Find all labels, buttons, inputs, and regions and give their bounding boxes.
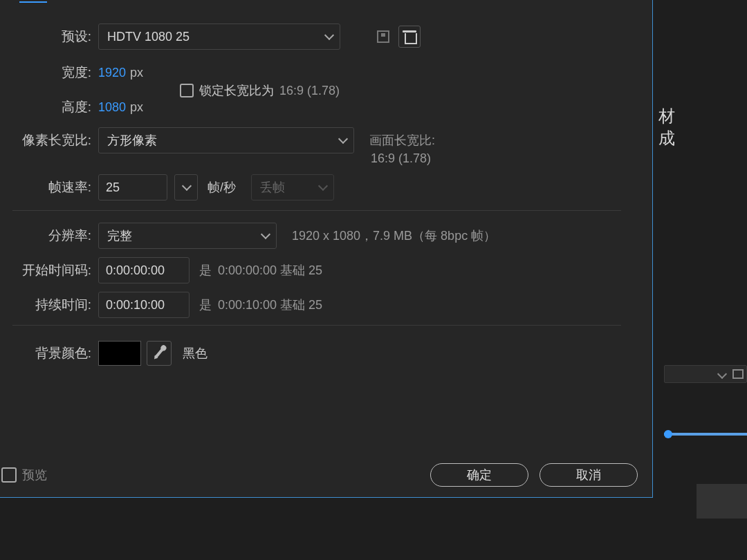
- bg-panel-dropdown[interactable]: [664, 365, 747, 383]
- chevron-down-icon: [338, 134, 348, 144]
- trash-icon: [404, 30, 415, 43]
- chevron-down-icon: [318, 181, 328, 191]
- frame-rate-dropdown[interactable]: [174, 174, 198, 200]
- resolution-dropdown[interactable]: 完整: [98, 223, 277, 249]
- frame-rate-unit: 帧/秒: [208, 179, 236, 196]
- timeline-slider[interactable]: [664, 429, 747, 441]
- frame-aspect-value: 16:9 (1.78): [371, 151, 431, 166]
- frame-rate-value: 25: [106, 180, 120, 195]
- checkbox-icon: [180, 84, 194, 97]
- start-tc-base: 0:00:00:00 基础 25: [218, 263, 322, 277]
- lock-aspect-ratio: 16:9 (1.78): [279, 84, 340, 98]
- cancel-label: 取消: [576, 467, 601, 483]
- height-unit: px: [130, 100, 143, 115]
- duration-value: 0:00:10:00: [106, 298, 165, 312]
- height-value[interactable]: 1080: [98, 100, 126, 115]
- lock-aspect-label: 锁定长宽比为: [199, 82, 274, 99]
- width-label: 宽度:: [6, 64, 98, 82]
- eyedropper-icon: [154, 348, 163, 359]
- preview-label: 预览: [22, 467, 47, 483]
- preset-label: 预设:: [6, 28, 98, 46]
- frame-rate-input[interactable]: 25: [98, 174, 167, 200]
- ok-button[interactable]: 确定: [430, 463, 528, 487]
- pixel-aspect-value: 方形像素: [107, 132, 157, 149]
- bg-text-1: 材: [658, 105, 676, 127]
- separator: [12, 210, 621, 211]
- bgcolor-name: 黑色: [183, 345, 208, 362]
- tab-bar: [19, 0, 47, 3]
- composition-settings-dialog: 预设: HDTV 1080 25 宽度: 1920 px 锁定长宽比为: [0, 0, 653, 498]
- width-unit: px: [130, 66, 143, 80]
- pixel-aspect-label: 像素长宽比:: [6, 131, 98, 149]
- slider-track: [664, 433, 747, 436]
- save-preset-button[interactable]: [372, 26, 394, 48]
- eyedropper-button[interactable]: [147, 341, 172, 366]
- lock-aspect-checkbox[interactable]: 锁定长宽比为 16:9 (1.78): [180, 82, 340, 99]
- ok-label: 确定: [467, 467, 492, 483]
- pixel-aspect-dropdown[interactable]: 方形像素: [98, 127, 354, 153]
- chevron-down-icon: [261, 230, 270, 239]
- resolution-info: 1920 x 1080，7.9 MB（每 8bpc 帧）: [292, 227, 496, 244]
- delete-preset-button[interactable]: [398, 26, 421, 48]
- chevron-down-icon: [717, 369, 727, 379]
- start-tc-is: 是: [199, 263, 212, 277]
- separator: [12, 325, 621, 326]
- timeline-strip: [697, 484, 747, 519]
- bgcolor-label: 背景颜色:: [6, 344, 98, 362]
- duration-base: 0:00:10:00 基础 25: [218, 298, 322, 312]
- slider-knob[interactable]: [664, 430, 672, 438]
- duration-label: 持续时间:: [6, 296, 98, 314]
- start-tc-input[interactable]: 0:00:00:00: [98, 257, 190, 283]
- chevron-down-icon: [182, 181, 192, 191]
- save-icon: [377, 30, 389, 43]
- active-tab-underline: [19, 0, 47, 3]
- checkbox-icon: [1, 467, 17, 483]
- resolution-value: 完整: [107, 227, 132, 244]
- start-tc-label: 开始时间码:: [6, 261, 98, 279]
- resolution-label: 分辨率:: [6, 227, 98, 245]
- preset-value: HDTV 1080 25: [107, 30, 190, 44]
- cancel-button[interactable]: 取消: [540, 463, 638, 487]
- preset-dropdown[interactable]: HDTV 1080 25: [98, 24, 340, 50]
- width-value[interactable]: 1920: [98, 66, 126, 80]
- duration-is: 是: [199, 298, 212, 312]
- bgcolor-swatch[interactable]: [98, 341, 141, 366]
- height-label: 高度:: [6, 98, 98, 116]
- bg-text-2: 成: [658, 127, 676, 149]
- panel-expand-icon: [732, 369, 744, 379]
- start-tc-value: 0:00:00:00: [106, 263, 165, 278]
- preview-checkbox[interactable]: 预览: [1, 467, 47, 483]
- duration-input[interactable]: 0:00:10:00: [98, 292, 190, 318]
- drop-frame-dropdown: 丢帧: [251, 174, 334, 200]
- frame-rate-label: 帧速率:: [6, 178, 98, 196]
- drop-frame-label: 丢帧: [260, 179, 285, 196]
- chevron-down-icon: [324, 30, 334, 40]
